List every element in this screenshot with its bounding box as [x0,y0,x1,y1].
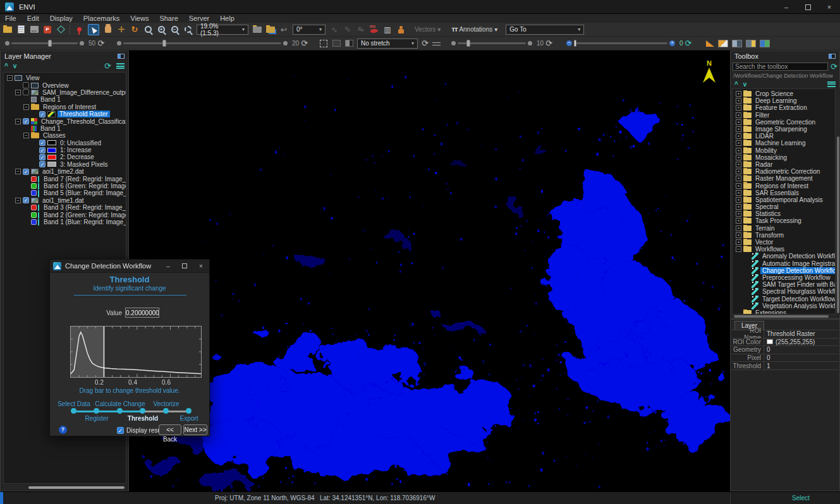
toolbox-tree-label[interactable]: Filter [753,112,771,119]
toolbox-tree-label[interactable]: Radiometric Correction [753,168,822,175]
toolbox-tree-row[interactable]: + Radiometric Correction [733,168,835,175]
toolbox-tree-row[interactable]: + Task Processing [733,217,835,224]
toolbox-tree-row[interactable]: + Spectral [733,203,835,210]
custom-stretch-icon[interactable] [432,39,441,49]
zoom-level-dropdown[interactable]: 19.0% (1:5.3) ▾ [197,25,248,35]
layer-tree-label[interactable]: Band 6 (Green: Regrid: Image_Intersectio… [42,183,126,189]
toolbox-hscrollbar[interactable] [732,315,836,318]
dock-icon[interactable] [118,54,125,59]
checkbox-checked[interactable]: ✓ [39,147,46,153]
collapse-expander-icon[interactable]: − [15,198,21,203]
toolbox-tree-row[interactable]: SAM Target Finder with BandMax W [733,281,835,288]
transparency-slider[interactable]: − + 0 ⟳ [566,39,691,48]
toolbox-search-input[interactable] [733,63,828,71]
rotate-tool-icon[interactable]: ↻ [130,25,139,35]
toolbox-tree-row[interactable]: + Deep Learning [733,97,835,104]
stretch-type-dropdown[interactable]: No stretch ▾ [357,39,418,49]
toolbox-tree-label[interactable]: Task Processing [753,217,803,224]
zoom-to-selection-icon[interactable] [183,25,192,35]
back-button[interactable]: << Back [159,424,181,435]
step-dot-register[interactable] [94,408,99,414]
layer-tree-row[interactable]: Band 7 (Red: Regrid: Image_Intersection_ [4,175,126,182]
reset-view-icon[interactable]: ↩ [279,25,288,35]
brightness-thumb[interactable] [48,40,52,47]
image-chip-icon[interactable] [56,25,65,35]
maximize-button[interactable] [797,0,819,14]
histogram-plot[interactable] [71,327,201,377]
expand-expander-icon[interactable]: + [736,218,741,224]
layer-tree-row[interactable]: ✓ 3: Masked Pixels [4,161,126,168]
layer-tree-label[interactable]: Band 2 (Green: Regrid: Image_Intersectio… [42,212,126,219]
threshold-value-input[interactable] [125,308,159,318]
histogram-stretch-icon[interactable] [332,39,341,49]
layer-tree-label[interactable]: Change_Threshold_Classification_output_r [39,118,126,125]
toolbox-tree-label[interactable]: Geometric Correction [753,119,817,126]
menu-item[interactable]: Placemarks [83,15,119,22]
contrast-thumb[interactable] [162,40,166,47]
scrollbar-thumb[interactable] [734,315,829,318]
refresh-icon[interactable]: ⟳ [301,39,308,48]
dialog-titlebar[interactable]: Change Detection Workflow – × [50,260,209,273]
menu-item[interactable]: Display [50,15,73,22]
goto-combobox[interactable]: Go To ▾ [506,25,584,35]
layer-tree-label[interactable]: aoi1_time2.dat [40,168,86,175]
edit-disabled-icon[interactable]: ✎ [356,25,365,35]
collapse-expander-icon[interactable]: − [23,133,29,138]
layer-tree-row[interactable]: Band 6 (Green: Regrid: Image_Intersectio… [4,183,126,189]
checkbox-checked[interactable]: ✓ [23,118,29,124]
collapse-all-icon[interactable]: ^ [734,81,738,88]
toolbox-tree-row[interactable]: Spectral Hourglass Workflow [733,288,835,295]
step-dot-calculate-change[interactable] [117,408,123,414]
annotations-dropdown[interactable]: TT Annotations ▾ [451,26,497,33]
toolbox-tree-label[interactable]: Vegetation Analysis Workflow [760,303,835,309]
toolbox-tree-row[interactable]: + Mobility [733,147,835,154]
toolbox-tree-label[interactable]: Radar [753,161,774,168]
layer-tree-label[interactable]: Band 1 [39,96,63,103]
menu-item[interactable]: Views [130,15,149,22]
minus-badge-icon[interactable]: − [566,40,572,46]
flicker-view-icon[interactable] [732,39,742,49]
sharpen-slider[interactable]: 10 ⟳ [451,39,552,48]
toolbox-tree-row[interactable]: + Spatiotemporal Analysis [733,196,835,203]
toolbox-tree-row[interactable]: + Geometric Correction [733,119,835,126]
toolbox-tree-row[interactable]: + Transform [733,232,835,239]
toolbox-tree-row[interactable]: − Workflows [733,246,835,253]
layer-tree-label[interactable]: Regions of Interest [41,104,98,111]
checkbox-checked[interactable]: ✓ [39,154,46,160]
layer-tree-label[interactable]: Band 5 (Blue: Regrid: Image_Intersection… [42,189,126,196]
toolbox-tree-label[interactable]: Preprocessing Workflow [760,274,832,281]
pan-tool-icon[interactable] [104,25,113,35]
layer-manager-hscrollbar[interactable] [3,486,126,489]
layer-tree-row[interactable]: Band 5 (Blue: Regrid: Image_Intersection… [4,189,126,196]
roi-tool-icon[interactable] [370,25,379,35]
layer-tree-row[interactable]: ✓ 0: Unclassified [4,140,126,147]
expand-expander-icon[interactable]: + [736,162,741,167]
layer-tree-label[interactable]: Classes [41,132,68,139]
expand-expander-icon[interactable]: + [736,176,741,181]
placemark-icon[interactable] [75,25,83,35]
toolbox-tree-row[interactable]: + Machine Learning [733,140,835,147]
toolbox-tree-label[interactable]: SAR Essentials [753,189,801,196]
expand-expander-icon[interactable]: + [736,140,741,146]
checkbox-checked[interactable]: ✓ [23,197,29,203]
layer-tree-label[interactable]: 1: Increase [58,147,93,153]
toolbox-tree-label[interactable]: Statistics [753,210,782,217]
expand-expander-icon[interactable]: + [736,119,741,125]
expand-expander-icon[interactable]: + [736,183,741,189]
minimize-button[interactable]: – [776,0,797,14]
roi-color-swatch[interactable] [767,339,773,344]
toolbox-tree-row[interactable]: + Image Sharpening [733,126,835,133]
layer-tree-label[interactable]: Band 7 (Red: Regrid: Image_Intersection_ [42,176,126,183]
menu-item[interactable]: Share [159,15,178,22]
menu-item[interactable]: Server [189,15,209,22]
close-button[interactable]: × [193,260,209,273]
edit-vector-icon[interactable]: ✎ [343,25,352,35]
toolbox-tree-row[interactable]: + Feature Extraction [733,104,835,111]
menu-icon[interactable] [116,63,125,69]
layer-tree-row[interactable]: ✓ 1: Increase [4,147,126,153]
toolbox-tree-label[interactable]: Mobility [753,147,779,154]
toolbox-tree-row[interactable]: Extensions [733,309,835,315]
toolbox-tree-label[interactable]: SAM Target Finder with BandMax W [760,281,835,288]
checkbox-checked[interactable]: ✓ [23,169,29,175]
toolbox-tree-row[interactable]: Vegetation Analysis Workflow [733,303,835,309]
